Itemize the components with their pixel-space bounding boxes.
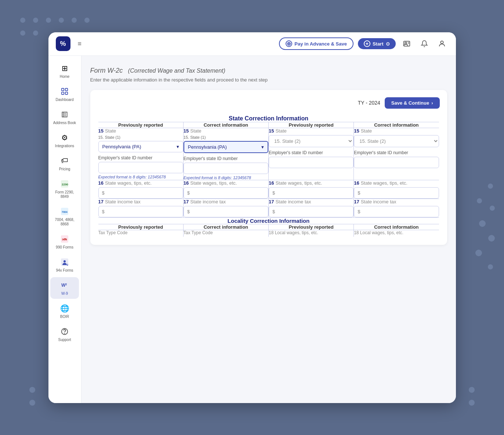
boir-icon: 🌐 bbox=[59, 303, 70, 313]
sidebar-label-home: Home bbox=[60, 75, 70, 79]
sidebar-item-home[interactable]: ⊞ Home bbox=[50, 60, 79, 82]
col3-wages-input[interactable] bbox=[269, 187, 353, 199]
notifications-button[interactable] bbox=[418, 37, 431, 50]
svg-text:2: 2 bbox=[67, 264, 68, 266]
sidebar-item-pricing[interactable]: 🏷 Pricing bbox=[50, 153, 79, 174]
ty-label: TY - 2024 bbox=[358, 100, 380, 106]
990forms-icon: 990 bbox=[59, 234, 70, 244]
sidebar-item-w9[interactable]: W2 W-9 bbox=[50, 277, 79, 299]
save-continue-button[interactable]: Save & Continue › bbox=[385, 97, 440, 109]
col1-field15-label-row: 15 State bbox=[98, 128, 183, 134]
locality-col3-header: Previously reported bbox=[268, 224, 353, 230]
col2-employer-id-input[interactable] bbox=[184, 163, 268, 174]
sidebar-label-form2290: Form 2290, 8849 bbox=[52, 190, 77, 199]
col2-state-sublabel: 15. State (1) bbox=[184, 135, 268, 139]
locality-section-header: Locality Correction Information bbox=[98, 217, 439, 224]
col1-tax-input-wrapper: $ bbox=[98, 206, 183, 217]
col2-header: Correct information bbox=[183, 122, 268, 128]
start-plus-icon: + bbox=[364, 40, 370, 47]
profile-card-button[interactable] bbox=[400, 37, 413, 50]
menu-icon[interactable]: ≡ bbox=[78, 40, 82, 48]
svg-point-14 bbox=[64, 260, 66, 262]
col1-helper-text: Expected format is 8 digits: 12345678 bbox=[98, 175, 183, 179]
sidebar-item-94xforms[interactable]: 2 94x Forms bbox=[50, 254, 79, 276]
svg-text:2: 2 bbox=[65, 283, 67, 286]
sidebar-label-94x: 94x Forms bbox=[56, 268, 73, 273]
col3-state-cell: 15 State 15. State (2) bbox=[268, 128, 353, 180]
dollar-sign-icon-6: $ bbox=[187, 209, 190, 214]
dollar-sign-icon-2: $ bbox=[187, 190, 190, 196]
sidebar-label-dashboard: Dashboard bbox=[56, 98, 74, 102]
col3-header: Previously reported bbox=[268, 122, 353, 128]
col2-state-dropdown[interactable]: Pennsylvania (PA) ▾ bbox=[184, 141, 268, 153]
col2-state-cell: 15 State 15. State (1) Pennsylvania (PA)… bbox=[183, 128, 268, 180]
locality-col1-taxtype-cell: Tax Type Code bbox=[98, 230, 184, 237]
account-button[interactable] bbox=[435, 37, 449, 50]
support-icon bbox=[59, 326, 70, 337]
col2-wages-input[interactable] bbox=[184, 187, 268, 199]
sidebar-label-addressbook: Address Book bbox=[53, 121, 76, 125]
sidebar-item-form2290[interactable]: 2290 Form 2290, 8849 bbox=[50, 176, 79, 202]
col1-state-cell: 15 State 15. State (1) Pennsylvania (PA)… bbox=[98, 128, 184, 180]
col3-employer-id-input[interactable] bbox=[269, 157, 353, 168]
col4-wages-input[interactable] bbox=[354, 187, 439, 199]
col4-wages-cell: 16 State wages, tips, etc. $ bbox=[354, 180, 439, 199]
svg-text:7004: 7004 bbox=[62, 211, 68, 213]
pricing-icon: 🏷 bbox=[59, 156, 70, 166]
col1-state-sublabel: 15. State (1) bbox=[98, 135, 183, 139]
start-button[interactable]: + Start ⊙ bbox=[358, 38, 396, 49]
dollar-sign-icon-5: $ bbox=[102, 209, 105, 214]
sidebar-item-990forms[interactable]: 990 990 Forms bbox=[50, 231, 79, 253]
sidebar-item-boir[interactable]: 🌐 BOIR bbox=[50, 300, 79, 322]
col1-tax-input[interactable] bbox=[98, 206, 183, 217]
svg-text:2290: 2290 bbox=[62, 183, 68, 186]
sidebar-label-pricing: Pricing bbox=[59, 167, 70, 171]
sidebar-label-integrations: Integrations bbox=[55, 144, 74, 148]
sidebar-label-support: Support bbox=[58, 338, 71, 342]
col4-employer-id-input[interactable] bbox=[354, 157, 439, 168]
form-card: TY - 2024 Save & Continue › State Correc… bbox=[90, 90, 447, 245]
col4-state-cell: 15 State 15. State (2) bbox=[354, 128, 439, 180]
col1-employer-id-input[interactable] bbox=[98, 162, 183, 173]
col1-tax-cell: 17 State income tax $ bbox=[98, 199, 184, 217]
page-description: Enter the applicable information in the … bbox=[90, 77, 447, 83]
col4-state-select[interactable]: 15. State (2) bbox=[354, 135, 439, 147]
pay-advance-button[interactable]: ⊕ Pay in Advance & Save bbox=[279, 37, 353, 50]
col4-tax-input[interactable] bbox=[354, 206, 439, 217]
col3-wages-cell: 16 State wages, tips, etc. $ bbox=[268, 180, 353, 199]
sidebar-item-integrations[interactable]: ⚙ Integrations bbox=[50, 130, 79, 151]
svg-point-20 bbox=[65, 333, 65, 333]
app-logo: % bbox=[56, 36, 70, 51]
dollar-sign-icon-7: $ bbox=[272, 209, 275, 214]
locality-col4-header: Correct information bbox=[354, 224, 439, 230]
col1-header: Previously reported bbox=[98, 122, 184, 128]
col2-tax-input[interactable] bbox=[184, 206, 268, 217]
locality-col1-header: Previously reported bbox=[98, 224, 184, 230]
app-window: % ≡ ⊕ Pay in Advance & Save + Start ⊙ bbox=[48, 32, 456, 403]
main-container: % ≡ ⊕ Pay in Advance & Save + Start ⊙ bbox=[41, 25, 463, 410]
col3-tax-input[interactable] bbox=[269, 206, 353, 217]
address-book-icon bbox=[59, 109, 70, 120]
locality-col2-taxtype-cell: Tax Type Code bbox=[183, 230, 268, 237]
sidebar-item-dashboard[interactable]: Dashboard bbox=[50, 83, 79, 105]
col1-wages-cell: 16 State wages, tips, etc. $ bbox=[98, 180, 184, 199]
col3-state-select[interactable]: 15. State (2) bbox=[269, 135, 353, 147]
sidebar-item-support[interactable]: Support bbox=[50, 323, 79, 345]
col4-tax-cell: 17 State income tax $ bbox=[354, 199, 439, 217]
dollar-sign-icon: $ bbox=[102, 190, 105, 196]
locality-col3-localwages-cell: 18 Local wages, tips, etc. bbox=[268, 230, 353, 237]
dollar-sign-icon-8: $ bbox=[358, 209, 360, 214]
col1-state-dropdown[interactable]: Pennsylvania (PA) ▾ bbox=[98, 141, 183, 152]
sidebar-label-boir: BOIR bbox=[60, 315, 69, 319]
dashboard-icon bbox=[59, 86, 70, 97]
col1-wages-input[interactable] bbox=[98, 187, 183, 199]
integrations-icon: ⚙ bbox=[59, 133, 70, 143]
sidebar-item-addressbook[interactable]: Address Book bbox=[50, 106, 79, 128]
col2-helper-text: Expected format is 8 digits: 12345678 bbox=[184, 175, 268, 180]
col2-tax-cell: 17 State income tax $ bbox=[183, 199, 268, 217]
sidebar-item-form7004[interactable]: 7004 7004, 4868, 8868 bbox=[50, 203, 79, 229]
col1-wages-input-wrapper: $ bbox=[98, 187, 183, 199]
w9-icon: W2 bbox=[59, 280, 70, 290]
dropdown-arrow-icon-2: ▾ bbox=[261, 144, 264, 150]
form7004-icon: 7004 bbox=[59, 206, 70, 217]
